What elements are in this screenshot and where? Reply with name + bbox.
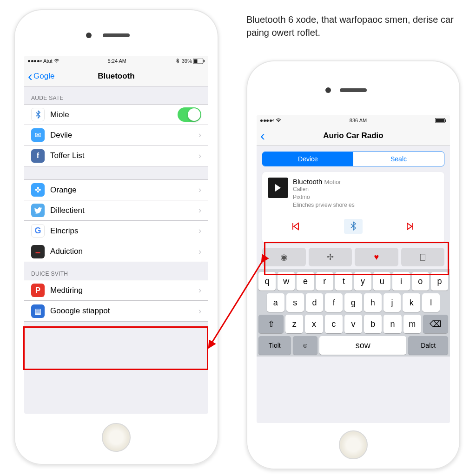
- shift-key[interactable]: ⇧: [258, 315, 284, 333]
- wifi-icon: [276, 118, 281, 123]
- key-c[interactable]: c: [325, 315, 343, 333]
- key-w[interactable]: w: [278, 272, 295, 291]
- key-h[interactable]: h: [364, 293, 382, 312]
- key-o[interactable]: o: [412, 272, 429, 291]
- segment-device[interactable]: Device: [263, 152, 353, 166]
- cell-label: Medtiring: [50, 286, 198, 295]
- car-icon: ▤: [31, 304, 45, 318]
- cell-bluetooth-toggle[interactable]: Miole: [24, 105, 208, 125]
- toggle-switch[interactable]: [178, 107, 201, 122]
- segmented-control[interactable]: Device Sealc: [262, 152, 444, 166]
- carrier-label: Atut: [43, 58, 53, 64]
- trash-quick-icon[interactable]: ⎕: [401, 248, 445, 266]
- segment-seal[interactable]: Sealc: [353, 152, 444, 166]
- key-e[interactable]: e: [297, 272, 314, 291]
- key-d[interactable]: d: [306, 293, 324, 312]
- cell-label: Gooogle stiappot: [50, 306, 198, 316]
- status-time: 5:24 AM: [108, 58, 126, 64]
- cell-device[interactable]: ✉ Deviie ›: [24, 125, 208, 145]
- key-z[interactable]: z: [285, 315, 303, 333]
- svg-rect-4: [436, 119, 444, 122]
- svg-rect-1: [194, 59, 198, 63]
- camera-dot: [86, 33, 92, 38]
- app-icon: ▬: [31, 245, 45, 258]
- card-title: Bluetooth Motior: [293, 178, 439, 185]
- chevron-right-icon: ›: [198, 205, 201, 215]
- heart-quick-icon[interactable]: ♥: [355, 248, 398, 266]
- key-y[interactable]: y: [354, 272, 371, 291]
- key-k[interactable]: k: [403, 293, 420, 312]
- letter-p-icon: P: [31, 284, 45, 297]
- cell-encrips[interactable]: G Elncrips ›: [24, 221, 208, 241]
- fn-key-right[interactable]: Dalct: [408, 336, 448, 355]
- plus-quick-icon[interactable]: ✢: [309, 248, 352, 266]
- camera-quick-icon[interactable]: ◉: [262, 248, 306, 266]
- chevron-right-icon: ›: [198, 130, 201, 140]
- right-screen: 836 AM Aurio Car Radio Device Sealc Blue…: [257, 115, 450, 423]
- keyboard: qwertyuiop asdfghjkl ⇧ zxcvbnm ⌫ Tiolt ☺…: [257, 269, 450, 357]
- chevron-right-icon: ›: [198, 285, 201, 295]
- earpiece: [103, 33, 130, 37]
- home-button[interactable]: [102, 423, 131, 452]
- cell-label: Miole: [50, 110, 178, 119]
- svg-rect-5: [445, 119, 446, 122]
- cell-google-snapshot[interactable]: ▤ Gooogle stiappot ›: [24, 301, 208, 321]
- key-s[interactable]: s: [286, 293, 304, 312]
- cell-orange[interactable]: ✤ Orange ›: [24, 180, 208, 200]
- key-q[interactable]: q: [258, 272, 276, 291]
- prev-track-icon[interactable]: [287, 219, 305, 234]
- cell-group-1: Miole ✉ Deviie › f Toffer List ›: [24, 104, 208, 166]
- camera-dot: [325, 87, 331, 93]
- key-b[interactable]: b: [364, 315, 382, 333]
- key-p[interactable]: p: [431, 272, 448, 291]
- cell-dillectient[interactable]: Dillectient ›: [24, 200, 208, 221]
- icon-row: [268, 215, 439, 238]
- earpiece: [340, 88, 367, 92]
- home-button[interactable]: [339, 430, 368, 459]
- key-a[interactable]: a: [267, 293, 284, 312]
- battery-icon: [193, 59, 205, 64]
- key-v[interactable]: v: [344, 315, 362, 333]
- key-m[interactable]: m: [403, 315, 421, 333]
- phone-right: 836 AM Aurio Car Radio Device Sealc Blue…: [246, 60, 460, 469]
- key-f[interactable]: f: [325, 293, 343, 312]
- key-u[interactable]: u: [373, 272, 390, 291]
- phone-left: Atut 5:24 AM 39% Gogle Bluetooth AUDE SA…: [14, 9, 218, 465]
- chevron-right-icon: ›: [198, 226, 201, 236]
- key-x[interactable]: x: [305, 315, 323, 333]
- key-i[interactable]: i: [392, 272, 410, 291]
- next-track-icon[interactable]: [401, 219, 420, 234]
- space-key[interactable]: sow: [319, 336, 406, 355]
- cell-toffer-list[interactable]: f Toffer List ›: [24, 145, 208, 166]
- cell-label: Aduiction: [50, 247, 198, 256]
- bluetooth-status-icon: [175, 58, 180, 64]
- card-line-2: Pixtmo: [293, 193, 439, 201]
- emoji-key[interactable]: ☺: [293, 336, 318, 355]
- key-r[interactable]: r: [316, 272, 333, 291]
- delete-key[interactable]: ⌫: [423, 315, 448, 333]
- status-bar: Atut 5:24 AM 39%: [24, 56, 208, 66]
- key-l[interactable]: l: [422, 293, 440, 312]
- cell-aduiction[interactable]: ▬ Aduiction ›: [24, 241, 208, 262]
- battery-pct: 39%: [182, 58, 192, 64]
- messages-icon: ✉: [31, 128, 45, 142]
- wifi-icon: [54, 59, 60, 63]
- key-j[interactable]: j: [383, 293, 401, 312]
- cell-label: Toffer List: [50, 151, 198, 160]
- flame-icon: ✤: [31, 183, 45, 197]
- key-t[interactable]: t: [335, 272, 352, 291]
- bluetooth-card: Bluetooth Motior Callen Pixtmo Elinches …: [262, 172, 444, 243]
- album-art: [268, 178, 288, 198]
- section-header-3: DUICE SVITH: [24, 262, 208, 280]
- signal-dots: [260, 119, 274, 122]
- key-n[interactable]: n: [383, 315, 401, 333]
- cell-label: Elncrips: [50, 226, 198, 236]
- cell-label: Dillectient: [50, 206, 198, 215]
- nav-title: Aurio Car Radio: [257, 131, 450, 140]
- back-button[interactable]: Gogle: [24, 72, 54, 81]
- key-g[interactable]: g: [344, 293, 362, 312]
- fn-key-left[interactable]: Tiolt: [258, 336, 291, 355]
- cell-group-3: P Medtiring › ▤ Gooogle stiappot ›: [24, 280, 208, 322]
- cell-medtiring[interactable]: P Medtiring ›: [24, 280, 208, 301]
- bluetooth-action-icon[interactable]: [344, 219, 363, 234]
